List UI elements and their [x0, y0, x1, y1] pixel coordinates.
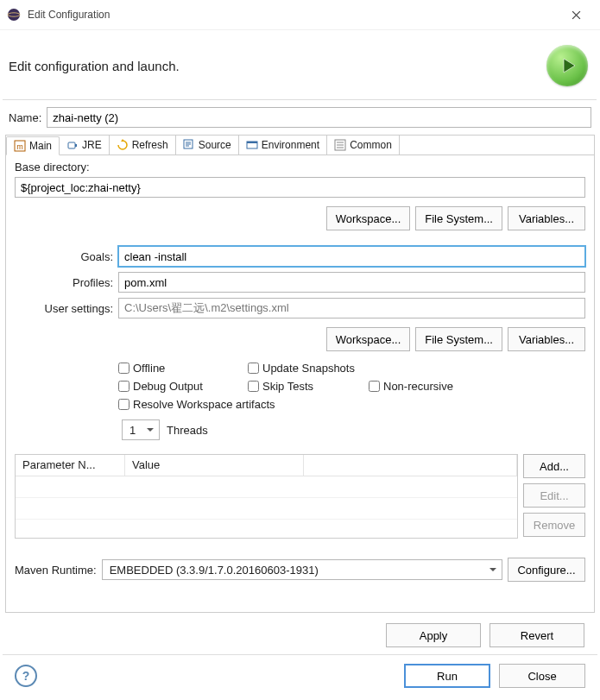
tab-label: Common — [350, 139, 392, 151]
table-row[interactable] — [16, 498, 517, 520]
close-button[interactable]: Close — [499, 664, 585, 688]
dialog-header: Edit configuration and launch. — [0, 30, 600, 96]
base-directory-input[interactable] — [15, 177, 585, 198]
tab-jre[interactable]: JRE — [60, 136, 110, 155]
parameters-table[interactable]: Parameter N... Value — [15, 454, 518, 539]
tab-common[interactable]: Common — [327, 136, 400, 155]
tab-source[interactable]: Source — [176, 136, 239, 155]
tab-label: JRE — [82, 139, 102, 151]
profiles-input[interactable] — [118, 272, 585, 293]
col-parameter-name[interactable]: Parameter N... — [16, 455, 125, 476]
tab-refresh[interactable]: Refresh — [110, 136, 176, 155]
dialog-subtitle: Edit configuration and launch. — [9, 59, 546, 73]
tab-environment[interactable]: Environment — [239, 136, 327, 155]
user-settings-variables-button[interactable]: Variables... — [508, 327, 585, 351]
goals-label: Goals: — [15, 250, 118, 263]
maven-runtime-label: Maven Runtime: — [15, 564, 97, 577]
common-icon — [334, 139, 346, 151]
revert-button[interactable]: Revert — [489, 623, 584, 647]
source-icon — [183, 139, 195, 151]
base-dir-workspace-button[interactable]: Workspace... — [326, 206, 411, 230]
non-recursive-checkbox[interactable]: Non-recursive — [369, 380, 498, 393]
header-divider — [3, 99, 597, 100]
run-icon — [546, 45, 588, 86]
help-icon[interactable]: ? — [15, 665, 37, 687]
svg-text:m: m — [16, 142, 23, 151]
user-settings-input[interactable] — [118, 298, 585, 318]
apply-button[interactable]: Apply — [386, 623, 481, 647]
profiles-label: Profiles: — [15, 276, 118, 289]
eclipse-icon — [7, 8, 21, 22]
col-value[interactable]: Value — [125, 455, 304, 476]
base-directory-label: Base directory: — [15, 161, 585, 173]
param-remove-button[interactable]: Remove — [523, 513, 585, 537]
table-row[interactable] — [16, 476, 517, 498]
update-snapshots-checkbox[interactable]: Update Snapshots — [248, 362, 369, 375]
table-row[interactable] — [16, 520, 517, 539]
name-input[interactable] — [47, 107, 591, 128]
skip-tests-checkbox[interactable]: Skip Tests — [248, 380, 369, 393]
tabs: m Main JRE Refresh — [6, 136, 594, 155]
maven-icon: m — [14, 140, 26, 152]
jre-icon — [66, 139, 79, 151]
tab-label: Main — [29, 140, 52, 152]
debug-output-checkbox[interactable]: Debug Output — [118, 380, 248, 393]
param-add-button[interactable]: Add... — [523, 454, 585, 478]
titlebar: Edit Configuration — [0, 0, 600, 30]
refresh-icon — [117, 139, 129, 151]
offline-checkbox[interactable]: Offline — [118, 362, 248, 375]
user-settings-label: User settings: — [15, 302, 118, 315]
svg-point-0 — [8, 9, 20, 21]
tab-label: Refresh — [132, 139, 168, 151]
configure-button[interactable]: Configure... — [508, 558, 585, 582]
run-button[interactable]: Run — [404, 664, 490, 688]
goals-input[interactable] — [118, 246, 585, 267]
user-settings-filesystem-button[interactable]: File System... — [415, 327, 502, 351]
environment-icon — [246, 139, 258, 151]
resolve-workspace-checkbox[interactable]: Resolve Workspace artifacts — [118, 398, 498, 411]
config-panel: m Main JRE Refresh — [5, 135, 595, 613]
threads-select[interactable]: 1 — [122, 419, 160, 440]
threads-label: Threads — [167, 424, 208, 437]
tab-label: Environment — [262, 139, 319, 151]
tab-label: Source — [199, 139, 231, 151]
base-dir-filesystem-button[interactable]: File System... — [415, 206, 502, 230]
name-label: Name: — [9, 111, 41, 124]
maven-runtime-select[interactable]: EMBEDDED (3.3.9/1.7.0.20160603-1931) — [102, 559, 502, 580]
tab-main[interactable]: m Main — [6, 136, 60, 155]
user-settings-workspace-button[interactable]: Workspace... — [326, 327, 411, 351]
col-blank[interactable] — [304, 455, 517, 476]
svg-rect-5 — [75, 144, 77, 147]
base-dir-variables-button[interactable]: Variables... — [508, 206, 585, 230]
param-edit-button[interactable]: Edit... — [523, 483, 585, 508]
svg-rect-4 — [68, 142, 75, 148]
edit-configuration-dialog: Edit Configuration Edit configuration an… — [0, 0, 600, 700]
window-title: Edit Configuration — [28, 9, 559, 21]
svg-rect-8 — [247, 142, 257, 143]
window-close-button[interactable] — [559, 3, 593, 27]
